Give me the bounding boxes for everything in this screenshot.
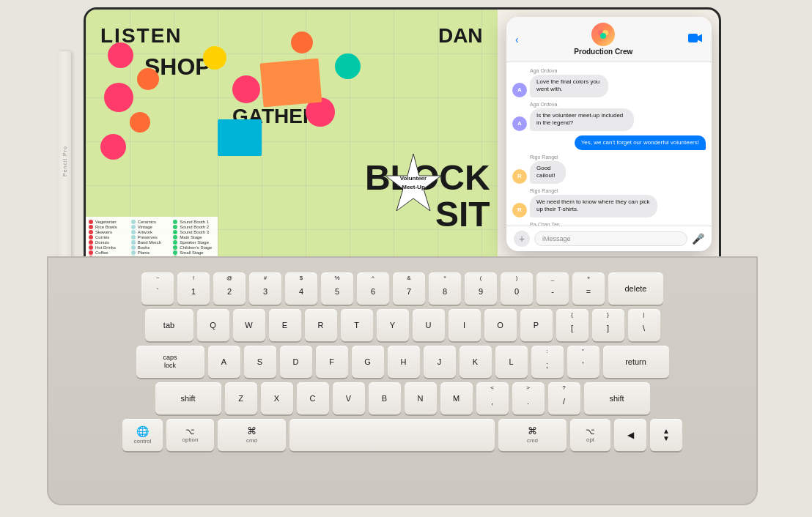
key-cmd-left[interactable]: ⌘ cmd [218,419,286,451]
key-c[interactable]: C [297,382,329,414]
microphone-icon[interactable]: 🎤 [692,233,704,245]
msg-sender-2: Aga Ordova [530,102,668,107]
messages-panel: ‹ Production Crew [506,17,712,251]
messages-back-button[interactable]: ‹ [515,34,519,45]
key-w[interactable]: W [233,309,265,341]
key-slash[interactable]: ? / [548,382,580,414]
msg-avatar-5: R [512,203,527,217]
key-y[interactable]: Y [377,309,409,341]
messages-add-button[interactable]: + [514,231,530,247]
key-2[interactable]: @ 2 [213,272,246,305]
key-arrow-up-down[interactable]: ▲ ▼ [650,419,682,451]
key-t[interactable]: T [341,309,373,341]
key-return[interactable]: return [603,346,669,378]
msg-sender-4: Rigo Rangel [530,155,577,160]
facetime-icon[interactable] [688,33,703,45]
key-m[interactable]: M [440,382,473,414]
map-circle-5 [100,134,126,160]
key-equals[interactable]: + = [572,272,605,305]
key-option-left[interactable]: ⌥ option [166,419,214,451]
key-option-right[interactable]: ⌥ opt [570,419,610,451]
key-minus[interactable]: _ - [536,272,569,305]
key-shift-right[interactable]: shift [584,382,650,414]
key-b[interactable]: B [369,382,401,414]
msg-bubble-4: Good callout! [530,161,566,184]
key-caps-lock[interactable]: capslock [136,346,204,378]
msg-group-4: Rigo Rangel Good callout! [530,155,577,184]
key-bracket-open[interactable]: { [ [556,309,588,341]
key-3[interactable]: # 3 [249,272,281,305]
key-delete[interactable]: delete [608,272,663,305]
msg-avatar-1: A [512,83,527,97]
key-u[interactable]: U [413,309,445,341]
msg-bubble-2: Is the volunteer meet-up included in the… [530,108,634,131]
key-bracket-close[interactable]: } ] [592,309,624,341]
key-row-zxcv: shift Z X C V B N M < , > . [70,382,734,414]
key-backtick[interactable]: ~ ` [141,272,174,305]
msg-bubble-5: We need them to know where they can pick… [530,195,657,217]
message-row-5: R Rigo Rangel We need them to know where… [512,188,706,217]
key-row-numbers: ~ ` ! 1 @ 2 # 3 [70,272,734,305]
messages-input-bar: + iMessage 🎤 [506,226,712,251]
key-x[interactable]: X [261,382,293,414]
key-5[interactable]: % 5 [321,272,353,305]
msg-bubble-3: Yes, we can't forget our wonderful volun… [575,135,706,150]
key-shift-left[interactable]: shift [155,382,221,414]
keyboard-inner: ~ ` ! 1 @ 2 # 3 [70,272,734,489]
key-e[interactable]: E [269,309,301,341]
ipad-screen: LISTEN SHOP GATHER DAN BLOCK SIT [86,10,719,269]
key-v[interactable]: V [333,382,365,414]
key-8[interactable]: * 8 [429,272,461,305]
key-spacebar[interactable] [289,419,495,451]
map-circle-8 [291,31,313,53]
key-o[interactable]: O [484,309,517,341]
key-i[interactable]: I [449,309,481,341]
key-a[interactable]: A [208,346,240,378]
apple-pencil: Pencil Pro [58,51,71,271]
map-circle-6 [203,46,226,70]
msg-group-5: Rigo Rangel We need them to know where t… [530,188,700,217]
key-k[interactable]: K [459,346,492,378]
volunteer-sticker: Volunteer Meet-Up [373,152,454,225]
key-4[interactable]: $ 4 [285,272,317,305]
key-6[interactable]: ^ 6 [357,272,389,305]
svg-point-4 [600,33,606,39]
svg-rect-5 [688,34,698,42]
key-n[interactable]: N [405,382,437,414]
msg-sender-1: Aga Ordova [530,68,634,73]
msg-group-2: Aga Ordova Is the volunteer meet-up incl… [530,102,668,131]
key-9[interactable]: ( 9 [465,272,497,305]
messages-group-icon [591,23,615,46]
map-circle-7 [232,75,260,103]
key-comma[interactable]: < , [476,382,509,414]
key-f[interactable]: F [316,346,348,378]
msg-avatar-2: A [512,116,527,131]
key-z[interactable]: Z [225,382,257,414]
key-cmd-right[interactable]: ⌘ cmd [498,419,566,451]
main-container: Pencil Pro LISTEN SHOP GATHER DAN BLOCK … [0,0,812,517]
key-semicolon[interactable]: : ; [531,346,564,378]
key-period[interactable]: > . [512,382,545,414]
key-quote[interactable]: " ' [567,346,599,378]
key-row-asdf: capslock A S D F G H J K L : ; [70,346,734,378]
key-arrow-left[interactable]: ◀ [614,419,646,451]
key-r[interactable]: R [305,309,337,341]
key-j[interactable]: J [424,346,456,378]
key-0[interactable]: ) 0 [501,272,533,305]
keyboard-body: ~ ` ! 1 @ 2 # 3 [47,256,758,505]
key-7[interactable]: & 7 [393,272,425,305]
messages-input-field[interactable]: iMessage [534,231,687,246]
key-tab[interactable]: tab [145,309,193,341]
key-1[interactable]: ! 1 [177,272,210,305]
key-s[interactable]: S [244,346,276,378]
key-h[interactable]: H [388,346,420,378]
key-backslash[interactable]: | \ [628,309,660,341]
key-g[interactable]: G [352,346,384,378]
map-area: LISTEN SHOP GATHER DAN BLOCK SIT [86,10,498,269]
key-l[interactable]: L [495,346,528,378]
key-p[interactable]: P [520,309,553,341]
messages-group-info: Production Crew [525,23,682,56]
key-q[interactable]: Q [197,309,229,341]
key-globe[interactable]: 🌐 control [122,419,163,451]
key-d[interactable]: D [280,346,312,378]
